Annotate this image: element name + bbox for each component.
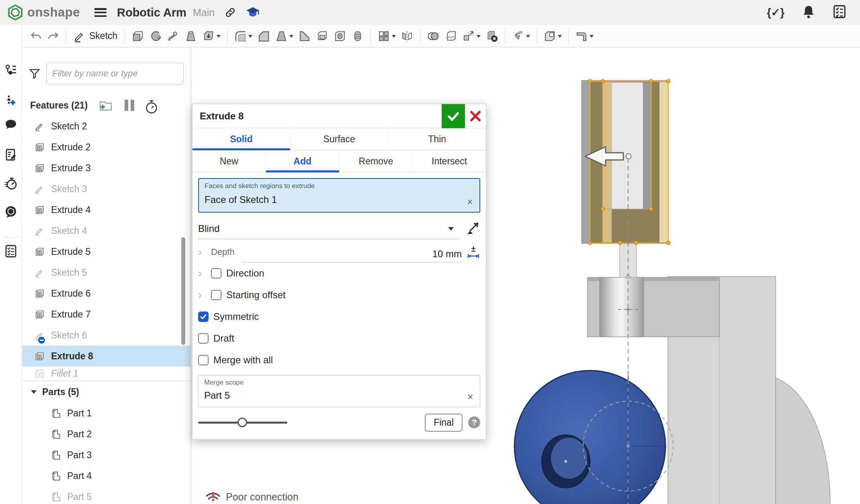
feature-row[interactable]: Extrude 7 xyxy=(22,304,190,325)
feature-row[interactable]: Fillet 1 xyxy=(22,367,190,381)
pencil-icon xyxy=(73,30,86,43)
feature-row[interactable]: Sketch 5 xyxy=(22,262,190,283)
tab-thin[interactable]: Thin xyxy=(388,128,486,150)
transform-tool-icon[interactable] xyxy=(460,28,483,44)
document-menu-icon[interactable] xyxy=(94,8,106,17)
thicken-tool-icon[interactable] xyxy=(200,28,223,44)
sweep-tool-icon[interactable] xyxy=(164,28,182,44)
feature-row[interactable]: Extrude 2 xyxy=(22,137,190,158)
draft-checkbox-row[interactable]: Draft xyxy=(198,328,480,349)
linear-pattern-tool-icon[interactable] xyxy=(375,28,398,44)
toolbar-separator xyxy=(66,29,66,44)
notes-icon[interactable] xyxy=(4,148,18,162)
filter-funnel-icon[interactable] xyxy=(29,68,41,80)
parts-section-header[interactable]: Parts (5) xyxy=(22,381,190,403)
feature-row[interactable]: Sketch 3 xyxy=(22,178,190,199)
part-row[interactable]: Part 2 xyxy=(22,424,190,445)
comments-icon[interactable] xyxy=(4,118,18,132)
insert-plus-icon[interactable] xyxy=(4,93,18,107)
tab-remove[interactable]: Remove xyxy=(339,150,413,172)
confirm-check-button[interactable] xyxy=(442,104,465,128)
chevron-down-icon xyxy=(248,35,252,40)
end-type-dropdown[interactable]: Blind xyxy=(198,218,459,239)
featurescript-check-icon[interactable]: {✓} xyxy=(767,6,784,19)
chamfer-tool-icon[interactable] xyxy=(255,28,272,44)
flip-direction-icon[interactable] xyxy=(464,221,480,237)
tab-surface[interactable]: Surface xyxy=(290,128,388,150)
loft-tool-icon[interactable] xyxy=(182,28,200,44)
share-link-icon[interactable] xyxy=(224,6,236,18)
rib-tool-icon[interactable] xyxy=(296,28,313,44)
versions-branch-icon[interactable] xyxy=(4,64,18,77)
tasks-checklist-icon[interactable] xyxy=(833,4,846,20)
undo-button[interactable] xyxy=(28,29,45,44)
learning-center-icon[interactable] xyxy=(246,6,260,18)
feature-row-selected[interactable]: Extrude 8 xyxy=(22,346,190,367)
boolean-tool-icon[interactable] xyxy=(424,28,442,44)
direction-checkbox-row[interactable]: › Direction xyxy=(198,262,480,284)
draft-tool-icon[interactable] xyxy=(272,28,296,44)
part-row[interactable]: Part 4 xyxy=(22,465,190,486)
expand-chevron-icon[interactable]: › xyxy=(198,246,209,258)
feature-row[interactable]: Sketch 6 xyxy=(22,325,190,346)
depth-input[interactable]: 10 mm xyxy=(241,242,462,262)
tab-intersect[interactable]: Intersect xyxy=(412,150,486,172)
part-row[interactable]: Part 1 xyxy=(22,403,190,424)
part-row[interactable]: Part 3 xyxy=(22,445,190,465)
thread-tool-icon[interactable] xyxy=(349,28,367,44)
boolean-type-tabs: New Add Remove Intersect xyxy=(192,150,486,172)
modify-fillet-tool-icon[interactable] xyxy=(509,28,532,44)
feature-row[interactable]: Extrude 3 xyxy=(22,158,190,178)
revolve-tool-icon[interactable] xyxy=(147,28,164,44)
sketch-icon xyxy=(34,225,45,236)
clear-merge-scope-icon[interactable]: × xyxy=(467,391,473,402)
workspace-label[interactable]: Main xyxy=(193,7,215,18)
sketch-button[interactable]: Sketch xyxy=(70,29,121,43)
split-tool-icon[interactable] xyxy=(442,28,460,44)
starting-offset-checkbox-row[interactable]: › Starting offset xyxy=(198,284,480,306)
tab-solid[interactable]: Solid xyxy=(192,128,290,150)
filter-input[interactable] xyxy=(46,63,184,84)
mirror-tool-icon[interactable] xyxy=(398,28,416,44)
feature-row[interactable]: Sketch 2 xyxy=(22,116,190,137)
fillet-tool-icon[interactable] xyxy=(231,28,255,44)
symmetric-checkbox-row[interactable]: Symmetric xyxy=(198,306,480,328)
document-title[interactable]: Robotic Arm xyxy=(117,6,186,19)
feature-row[interactable]: Extrude 6 xyxy=(22,283,190,304)
help-icon[interactable]: ? xyxy=(468,416,480,428)
tab-new[interactable]: New xyxy=(192,150,266,172)
new-folder-icon[interactable] xyxy=(99,99,113,111)
redo-button[interactable] xyxy=(45,29,61,44)
feature-row[interactable]: Extrude 5 xyxy=(22,241,190,262)
feature-row[interactable]: Extrude 4 xyxy=(22,199,190,220)
extrude-tool-icon[interactable] xyxy=(129,28,147,44)
onshape-logo-icon[interactable] xyxy=(7,4,23,20)
toolbar-separator xyxy=(125,29,125,44)
plus-minus-dimension-icon[interactable] xyxy=(467,245,480,259)
toolbar-separator xyxy=(505,29,505,44)
faces-selection-field[interactable]: Faces and sketch regions to extrude Face… xyxy=(198,178,480,213)
timer-icon[interactable] xyxy=(145,99,158,111)
sheet-metal-tool-icon[interactable] xyxy=(573,28,596,44)
part-row[interactable]: Part 5 xyxy=(22,486,190,504)
feature-row[interactable]: Sketch 4 xyxy=(22,220,190,241)
tab-add[interactable]: Add xyxy=(266,150,339,172)
hole-tool-icon[interactable] xyxy=(331,28,349,44)
merge-scope-field[interactable]: Merge scope Part 5 × xyxy=(198,375,480,407)
final-button[interactable]: Final xyxy=(425,414,463,432)
suspend-pause-icon[interactable] xyxy=(125,100,134,111)
delete-part-tool-icon[interactable] xyxy=(483,28,501,44)
rollback-slider-thumb[interactable] xyxy=(238,418,247,427)
feature-list-scrollbar[interactable] xyxy=(181,237,185,345)
plane-tool-icon[interactable] xyxy=(541,28,564,44)
shell-tool-icon[interactable] xyxy=(313,28,331,44)
performance-timer-icon[interactable] xyxy=(4,177,18,191)
cancel-x-button[interactable] xyxy=(465,104,486,128)
rollback-slider[interactable] xyxy=(198,422,287,424)
onshape-help-icon[interactable] xyxy=(4,205,18,219)
toolbar-separator xyxy=(568,29,569,44)
notifications-bell-icon[interactable] xyxy=(802,5,815,20)
merge-with-all-checkbox-row[interactable]: Merge with all xyxy=(198,349,480,371)
checklist-icon[interactable] xyxy=(4,244,18,258)
clear-selection-icon[interactable]: × xyxy=(467,197,473,207)
